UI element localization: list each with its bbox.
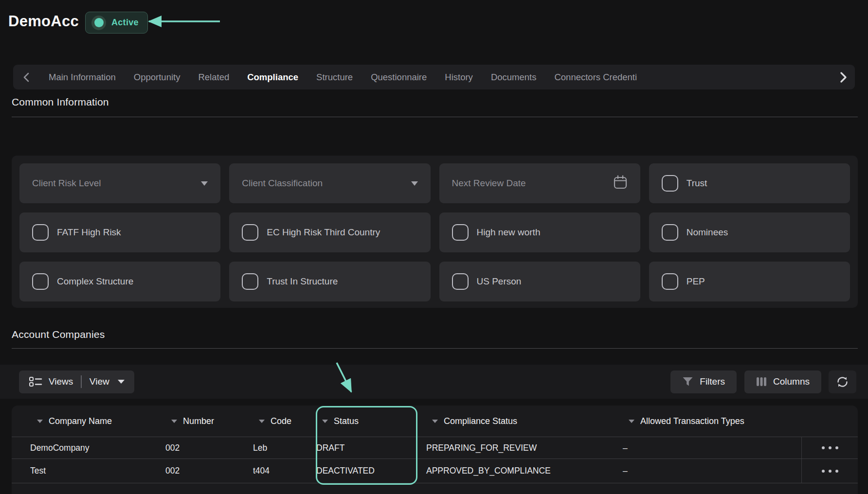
trust-checkbox-field[interactable]: Trust bbox=[649, 163, 850, 203]
checkbox-icon[interactable] bbox=[452, 224, 469, 241]
tab-connectors-credentials[interactable]: Connectors Credenti bbox=[554, 72, 637, 83]
trust-in-structure-label: Trust In Structure bbox=[267, 276, 338, 287]
cell-status: DRAFT bbox=[308, 437, 418, 459]
checkbox-icon[interactable] bbox=[662, 224, 678, 241]
list-views-icon bbox=[29, 376, 42, 387]
account-companies-table: Company Name Number Code Status Complian… bbox=[12, 406, 858, 494]
common-information-panel: Client Risk Level Client Classification … bbox=[12, 156, 858, 308]
checkbox-icon[interactable] bbox=[662, 175, 678, 192]
column-header-label: Allowed Transaction Types bbox=[640, 416, 744, 426]
nominees-label: Nominees bbox=[687, 227, 728, 238]
status-badge-label: Active bbox=[111, 18, 139, 28]
high-new-worth-checkbox-field[interactable]: High new worth bbox=[439, 212, 640, 252]
divider bbox=[81, 375, 82, 388]
next-review-date-label: Next Review Date bbox=[452, 178, 613, 189]
sort-caret-icon[interactable] bbox=[171, 420, 177, 423]
columns-button[interactable]: Columns bbox=[744, 370, 821, 393]
pep-label: PEP bbox=[687, 276, 705, 287]
sort-caret-icon[interactable] bbox=[259, 420, 265, 423]
section-title-account-companies: Account Companies bbox=[12, 329, 105, 340]
tab-structure[interactable]: Structure bbox=[316, 72, 353, 83]
tab-compliance[interactable]: Compliance bbox=[247, 72, 298, 83]
filters-button-label: Filters bbox=[700, 376, 725, 387]
column-header-company-name[interactable]: Company Name bbox=[12, 406, 158, 437]
cell-code: Leb bbox=[245, 437, 308, 459]
tabs-scroll-left-icon[interactable] bbox=[22, 72, 31, 83]
column-header-allowed-transaction-types[interactable]: Allowed Transaction Types bbox=[615, 406, 801, 437]
calendar-icon bbox=[613, 175, 628, 193]
sort-caret-icon[interactable] bbox=[432, 420, 438, 423]
column-header-label: Status bbox=[334, 416, 359, 426]
table-row[interactable]: Test 002 t404 DEACTIVATED APPROVED_BY_CO… bbox=[12, 459, 858, 483]
sync-icon bbox=[836, 375, 849, 388]
cell-company-name: DemoCompany bbox=[12, 437, 158, 459]
checkbox-icon[interactable] bbox=[242, 273, 258, 290]
cell-number: 002 bbox=[158, 437, 245, 459]
chevron-down-icon bbox=[411, 181, 418, 186]
sort-caret-icon[interactable] bbox=[629, 420, 634, 423]
filters-button[interactable]: Filters bbox=[670, 370, 737, 393]
tab-opportunity[interactable]: Opportunity bbox=[134, 72, 181, 83]
row-actions-button[interactable] bbox=[801, 437, 858, 459]
sort-caret-icon[interactable] bbox=[322, 420, 328, 423]
section-divider bbox=[12, 117, 858, 117]
client-classification-select[interactable]: Client Classification bbox=[229, 163, 430, 203]
cell-code: t404 bbox=[245, 459, 308, 483]
client-risk-level-select[interactable]: Client Risk Level bbox=[19, 163, 220, 203]
us-person-label: US Person bbox=[477, 276, 522, 287]
checkbox-icon[interactable] bbox=[32, 273, 49, 290]
status-dot-icon bbox=[91, 16, 106, 30]
trust-label: Trust bbox=[687, 178, 707, 189]
section-title-common-information: Common Information bbox=[12, 96, 109, 108]
pep-checkbox-field[interactable]: PEP bbox=[649, 262, 850, 301]
tab-related[interactable]: Related bbox=[198, 72, 229, 83]
ec-high-risk-third-country-checkbox-field[interactable]: EC High Risk Third Country bbox=[229, 212, 430, 252]
column-header-code[interactable]: Code bbox=[245, 406, 308, 437]
tabs-scroll-right-icon[interactable] bbox=[838, 71, 848, 83]
fatf-high-risk-checkbox-field[interactable]: FATF High Risk bbox=[19, 212, 220, 252]
high-new-worth-label: High new worth bbox=[477, 227, 541, 238]
tab-documents[interactable]: Documents bbox=[491, 72, 537, 83]
column-header-status[interactable]: Status bbox=[308, 406, 418, 437]
cell-allowed-transaction-types: – bbox=[615, 459, 801, 483]
nominees-checkbox-field[interactable]: Nominees bbox=[649, 212, 850, 252]
cell-number: 002 bbox=[158, 459, 245, 483]
row-actions-button[interactable] bbox=[801, 459, 858, 483]
current-view-label: View bbox=[90, 376, 109, 387]
column-header-label: Code bbox=[271, 416, 291, 426]
table-row[interactable]: DemoCompany 002 Leb DRAFT PREPARING_FOR_… bbox=[12, 437, 858, 459]
column-header-actions bbox=[801, 406, 858, 437]
tab-history[interactable]: History bbox=[445, 72, 473, 83]
divider bbox=[12, 483, 858, 483]
fatf-high-risk-label: FATF High Risk bbox=[57, 227, 121, 238]
checkbox-icon[interactable] bbox=[662, 273, 678, 290]
column-header-number[interactable]: Number bbox=[158, 406, 245, 437]
us-person-checkbox-field[interactable]: US Person bbox=[439, 262, 640, 301]
sort-caret-icon[interactable] bbox=[37, 420, 43, 423]
checkbox-icon[interactable] bbox=[32, 224, 49, 241]
trust-in-structure-checkbox-field[interactable]: Trust In Structure bbox=[229, 262, 430, 301]
cell-compliance-status: APPROVED_BY_COMPLIANCE bbox=[418, 459, 615, 483]
views-button[interactable]: Views View bbox=[19, 370, 134, 393]
complex-structure-label: Complex Structure bbox=[57, 276, 133, 287]
next-review-date-field[interactable]: Next Review Date bbox=[439, 163, 640, 203]
client-classification-label: Client Classification bbox=[242, 178, 411, 189]
cell-company-name: Test bbox=[12, 459, 158, 483]
chevron-down-icon bbox=[118, 380, 125, 384]
tab-main-information[interactable]: Main Information bbox=[49, 72, 116, 83]
cell-status: DEACTIVATED bbox=[308, 459, 418, 483]
checkbox-icon[interactable] bbox=[452, 273, 469, 290]
table-header-row: Company Name Number Code Status Complian… bbox=[12, 406, 858, 437]
tab-questionnaire[interactable]: Questionnaire bbox=[371, 72, 427, 83]
checkbox-icon[interactable] bbox=[242, 224, 258, 241]
cell-allowed-transaction-types: – bbox=[615, 437, 801, 459]
refresh-button[interactable] bbox=[829, 370, 856, 393]
ec-high-risk-third-country-label: EC High Risk Third Country bbox=[267, 227, 380, 238]
funnel-icon bbox=[682, 377, 693, 387]
complex-structure-checkbox-field[interactable]: Complex Structure bbox=[19, 262, 220, 301]
views-button-label: Views bbox=[49, 376, 73, 387]
status-badge: Active bbox=[85, 12, 148, 34]
column-header-compliance-status[interactable]: Compliance Status bbox=[418, 406, 615, 437]
column-header-label: Company Name bbox=[49, 416, 112, 426]
columns-button-label: Columns bbox=[773, 376, 810, 387]
